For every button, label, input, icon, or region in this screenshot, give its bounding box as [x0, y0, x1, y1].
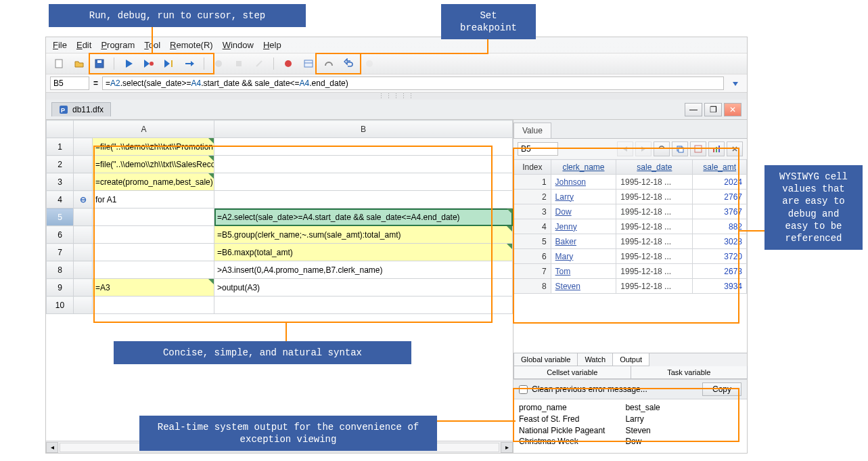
tab-output[interactable]: Output	[612, 353, 649, 366]
close-button[interactable]: ✕	[724, 103, 741, 116]
file-tab[interactable]: P db11.dfx	[51, 102, 111, 116]
output-box[interactable]: promo_namebest_saleFeast of St. FredLarr…	[513, 399, 747, 453]
cell-A8[interactable]	[93, 261, 214, 279]
table-row[interactable]: 3Dow1995-12-18 ...3767	[514, 204, 747, 219]
misc-btn-1[interactable]	[321, 56, 336, 71]
menu-program[interactable]: Program	[101, 40, 135, 50]
new-button[interactable]	[51, 56, 66, 71]
save-button[interactable]	[92, 56, 107, 71]
row-header[interactable]: 9	[47, 279, 74, 297]
callout-run-debug: Run, debug, run to cursor, step	[49, 4, 306, 27]
menu-edit[interactable]: Edit	[76, 40, 91, 50]
open-button[interactable]	[72, 56, 87, 71]
undo-button[interactable]	[342, 56, 357, 71]
clean-checkbox[interactable]	[519, 385, 528, 394]
table-row[interactable]: 8Steven1995-12-18 ...3934	[514, 279, 747, 294]
menu-window[interactable]: Window	[223, 40, 254, 50]
run-button[interactable]	[121, 56, 136, 71]
cell-A6[interactable]	[93, 226, 214, 244]
expand-button[interactable]	[727, 141, 743, 156]
cell-B3[interactable]	[214, 173, 513, 191]
scroll-right[interactable]: ▸	[501, 442, 513, 453]
table-row[interactable]: 5Baker1995-12-18 ...3028	[514, 234, 747, 249]
formula-input[interactable]: =A2.select(sale_date>=A4.start_date && s…	[102, 76, 724, 90]
cell-A10[interactable]	[93, 297, 214, 314]
menu-file[interactable]: File	[53, 40, 67, 50]
drag-handle[interactable]: ⋮⋮⋮⋮⋮	[46, 93, 747, 100]
table-view-button[interactable]	[690, 141, 706, 156]
disabled-btn-2	[231, 56, 246, 71]
cell-A9[interactable]: =A3	[93, 279, 214, 297]
run-to-cursor-button[interactable]	[162, 56, 177, 71]
cell-B9[interactable]: >output(A3)	[214, 279, 513, 297]
row-header[interactable]: 8	[47, 261, 74, 279]
row-header[interactable]: 4	[47, 191, 74, 208]
chart-view-button[interactable]	[708, 141, 725, 156]
value-tab[interactable]: Value	[513, 123, 551, 138]
data-explorer-button[interactable]	[301, 56, 316, 71]
cell-B6[interactable]: =B5.group(clerk_name;~.sum(sale_amt):tot…	[214, 226, 513, 244]
th-date[interactable]: sale_date	[616, 160, 693, 175]
tab-watch[interactable]: Watch	[577, 353, 613, 366]
cell-clerk: Baker	[551, 234, 616, 249]
cell-A2[interactable]: =file("..\\demo\\zh\\txt\\SalesRecord.tx…	[93, 156, 214, 173]
copy-data-button[interactable]	[672, 141, 688, 156]
menu-help[interactable]: Help	[263, 40, 281, 50]
set-breakpoint-button[interactable]	[281, 56, 296, 71]
cell-A3[interactable]: =create(promo_name,best_sale)	[93, 173, 214, 191]
tab-global[interactable]: Global variable	[513, 353, 578, 366]
svg-point-8	[215, 60, 222, 67]
cell-clerk: Jenny	[551, 219, 616, 234]
table-row[interactable]: 2Larry1995-12-18 ...2767	[514, 190, 747, 204]
cell-B4[interactable]	[214, 191, 513, 208]
value-cell-ref[interactable]: B5	[518, 142, 558, 156]
col-A-header[interactable]: A	[74, 120, 214, 138]
cell-B8[interactable]: >A3.insert(0,A4.promo_name,B7.clerk_name…	[214, 261, 513, 279]
step-button[interactable]	[182, 56, 197, 71]
cell-B1[interactable]	[214, 138, 513, 156]
col-B-header[interactable]: B	[214, 120, 513, 138]
cell-A1[interactable]: =file("..\\demo\\zh\\txt\\Promotion.txt"…	[93, 138, 214, 156]
table-row[interactable]: 6Mary1995-12-18 ...3720	[514, 249, 747, 264]
table-row[interactable]: 1Johnson1995-12-18 ...2024	[514, 175, 747, 190]
expand-formula-button[interactable]	[728, 76, 743, 91]
row-header[interactable]: 5	[47, 208, 74, 226]
cell-amt: 3934	[693, 279, 747, 294]
cell-date: 1995-12-18 ...	[616, 204, 693, 219]
svg-rect-23	[713, 149, 714, 152]
row-header[interactable]: 10	[47, 297, 74, 314]
th-clerk[interactable]: clerk_name	[551, 160, 616, 175]
cell-B5[interactable]: =A2.select(sale_date>=A4.start_date && s…	[214, 208, 513, 226]
minimize-button[interactable]: —	[685, 103, 702, 116]
tab-cellset[interactable]: Cellset variable	[513, 366, 631, 379]
svg-rect-21	[695, 146, 702, 152]
maximize-button[interactable]: ❐	[704, 103, 722, 116]
gutter-cell	[74, 244, 93, 261]
row-header[interactable]: 1	[47, 138, 74, 156]
cell-B7[interactable]: =B6.maxp(total_amt)	[214, 244, 513, 261]
cell-name-box[interactable]: B5	[50, 76, 89, 90]
tab-task[interactable]: Task variable	[631, 366, 748, 379]
row-header[interactable]: 3	[47, 173, 74, 191]
table-row[interactable]: 4Jenny1995-12-18 ...882	[514, 219, 747, 234]
debug-button[interactable]	[141, 56, 156, 71]
scroll-left[interactable]: ◂	[46, 442, 58, 453]
cell-A7[interactable]	[93, 244, 214, 261]
value-table-area[interactable]: Index clerk_name sale_date sale_amt 1Joh…	[513, 159, 747, 353]
row-header[interactable]: 6	[47, 226, 74, 244]
cell-B10[interactable]	[214, 297, 513, 314]
row-header[interactable]: 2	[47, 156, 74, 173]
cell-A4[interactable]: for A1	[93, 191, 214, 208]
cell-A5[interactable]	[93, 208, 214, 226]
table-row[interactable]: 7Tom1995-12-18 ...2673	[514, 264, 747, 279]
value-table[interactable]: Index clerk_name sale_date sale_amt 1Joh…	[513, 159, 747, 294]
th-index[interactable]: Index	[514, 160, 551, 175]
row-header[interactable]: 7	[47, 244, 74, 261]
corner-cell[interactable]	[47, 120, 74, 138]
cell-B2[interactable]	[214, 156, 513, 173]
th-amt[interactable]: sale_amt	[693, 160, 747, 175]
menu-remote[interactable]: Remote(R)	[170, 40, 213, 50]
copy-button[interactable]: Copy	[702, 382, 741, 396]
cell-grid[interactable]: A B 1=file("..\\demo\\zh\\txt\\Promotion…	[46, 120, 513, 314]
refresh-button[interactable]	[654, 141, 670, 156]
